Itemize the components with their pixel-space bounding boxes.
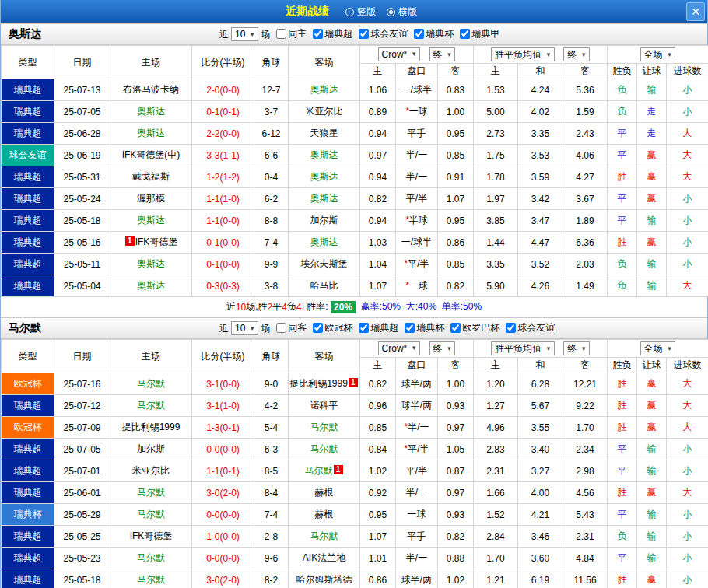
league-cell[interactable]: 瑞典超 [2,526,54,548]
checkbox-input[interactable] [359,323,369,333]
layout-radio-vertical[interactable]: 竖版 [345,5,376,19]
match-score[interactable]: 2-2(0-0) [206,128,240,139]
team-name[interactable]: 马尔默 [310,422,338,432]
league-cell[interactable]: 瑞典超 [2,101,54,123]
avg-type-select[interactable]: 胜平负均值▼ [491,341,555,355]
team-name[interactable]: AIK法兰地 [303,552,345,563]
team-name[interactable]: 提比利锡1999 [122,422,181,432]
team-name[interactable]: 天狼星 [310,128,338,138]
filter-checkbox[interactable]: 欧冠杯 [309,321,352,334]
league-cell[interactable]: 瑞典超 [2,210,54,232]
team-name[interactable]: 奥斯达 [310,171,338,182]
team-name[interactable]: 马尔默 [137,509,165,520]
match-score[interactable]: 0-1(0-0) [206,237,240,248]
team-name[interactable]: 马尔默 [137,400,165,411]
match-score[interactable]: 1-1(1-0) [206,194,240,205]
team-name[interactable]: 奥斯达 [137,215,165,226]
league-cell[interactable]: 瑞典杯 [2,504,54,526]
checkbox-input[interactable] [313,323,323,333]
avg-final-select[interactable]: 终▼ [563,341,590,355]
league-cell[interactable]: 欧冠杯 [2,373,54,395]
team-name[interactable]: 奥斯达 [310,236,338,247]
match-score[interactable]: 0-0(0-0) [206,509,240,520]
match-score[interactable]: 1-0(0-0) [206,531,240,542]
team-name[interactable]: 马尔默 [137,487,165,498]
league-cell[interactable]: 瑞典超 [2,232,54,254]
team-name[interactable]: 奥斯达 [310,193,338,204]
team-name[interactable]: 奥斯达 [310,84,338,95]
match-score[interactable]: 2-0(0-0) [206,85,240,96]
checkbox-input[interactable] [506,323,516,333]
team-name[interactable]: 马尔默 [137,574,165,585]
filter-checkbox[interactable]: 瑞典超 [309,27,352,40]
match-score[interactable]: 1-2(1-2) [206,172,240,183]
team-name[interactable]: IFK哥德堡 [130,530,173,541]
match-score[interactable]: 1-1(0-0) [206,215,240,226]
checkbox-input[interactable] [460,29,470,39]
filter-checkbox[interactable]: 瑞典杯 [410,27,454,40]
team-name[interactable]: 戴戈福斯 [132,171,170,182]
match-score[interactable]: 3-0(2-0) [206,488,240,499]
checkbox-input[interactable] [405,323,415,333]
team-name[interactable]: 马尔默 [137,378,165,389]
checkbox-input[interactable] [450,323,461,333]
league-cell[interactable]: 瑞典超 [2,569,54,588]
league-cell[interactable]: 球会友谊 [2,145,54,166]
match-score[interactable]: 3-1(1-0) [206,401,240,411]
match-score[interactable]: 0-0(0-0) [206,553,240,564]
filter-checkbox[interactable]: 欧罗巴杯 [447,321,499,334]
match-score[interactable]: 0-1(0-0) [206,259,240,270]
team-name[interactable]: 奥斯达 [137,106,165,117]
match-score[interactable]: 3-3(1-1) [206,150,240,161]
league-cell[interactable]: 瑞典超 [2,548,54,569]
team-name[interactable]: 马尔默 [310,530,338,541]
team-name[interactable]: IFK哥德堡 [135,236,178,247]
league-cell[interactable]: 欧冠杯 [2,417,54,439]
match-score[interactable]: 0-0(0-0) [206,444,240,455]
league-cell[interactable]: 瑞典超 [2,439,54,460]
league-cell[interactable]: 瑞典超 [2,275,54,297]
filter-checkbox[interactable]: 瑞典超 [355,321,398,334]
odds-final-select[interactable]: 终▼ [429,47,456,61]
scope-select[interactable]: 全场▼ [640,47,676,61]
team-name[interactable]: 提比利锡1999 [289,378,348,389]
team-name[interactable]: 马尔默 [310,443,338,454]
match-score[interactable]: 1-1(0-1) [206,466,240,477]
team-name[interactable]: 奥斯达 [137,258,165,269]
team-name[interactable]: 赫根 [315,487,334,498]
radio-unchecked-icon[interactable] [345,8,354,16]
checkbox-input[interactable] [313,29,323,39]
checkbox-input[interactable] [359,29,369,39]
match-score[interactable]: 0-1(0-1) [206,107,240,117]
scope-select[interactable]: 全场▼ [640,341,676,355]
team-name[interactable]: 埃尔夫斯堡 [301,258,348,269]
league-cell[interactable]: 瑞典超 [2,460,54,482]
odds-final-select[interactable]: 终▼ [429,341,456,355]
match-score[interactable]: 1-3(0-1) [206,422,240,433]
radio-checked-icon[interactable] [387,8,395,16]
avg-final-select[interactable]: 终▼ [563,47,590,61]
team-name[interactable]: 赫根 [315,509,334,520]
league-cell[interactable]: 瑞典超 [2,188,54,210]
match-score[interactable]: 3-0(2-0) [206,575,240,586]
match-score[interactable]: 0-3(0-3) [206,281,240,292]
team-name[interactable]: 加尔斯 [310,215,338,226]
checkbox-input[interactable] [276,323,286,333]
close-button[interactable]: ✕ [686,2,705,21]
team-name[interactable]: 奥斯达 [310,149,338,160]
checkbox-input[interactable] [414,29,424,39]
filter-checkbox[interactable]: 球会友谊 [355,27,408,40]
team-name[interactable]: 奥斯达 [137,128,165,138]
filter-checkbox[interactable]: 瑞典甲 [456,27,499,40]
league-cell[interactable]: 瑞典超 [2,395,54,417]
match-score[interactable]: 3-1(0-0) [206,379,240,390]
team-name[interactable]: IFK哥德堡(中) [122,149,181,160]
team-name[interactable]: 渥那模 [137,193,165,204]
league-cell[interactable]: 瑞典超 [2,79,54,101]
team-name[interactable]: 马尔默 [305,465,333,476]
match-count-select[interactable]: 10 ▼ [231,27,258,41]
league-cell[interactable]: 瑞典超 [2,123,54,145]
bookmaker-select[interactable]: Crow*▼ [378,341,421,355]
filter-checkbox[interactable]: 同客 [272,321,307,334]
filter-checkbox[interactable]: 瑞典杯 [401,321,444,334]
